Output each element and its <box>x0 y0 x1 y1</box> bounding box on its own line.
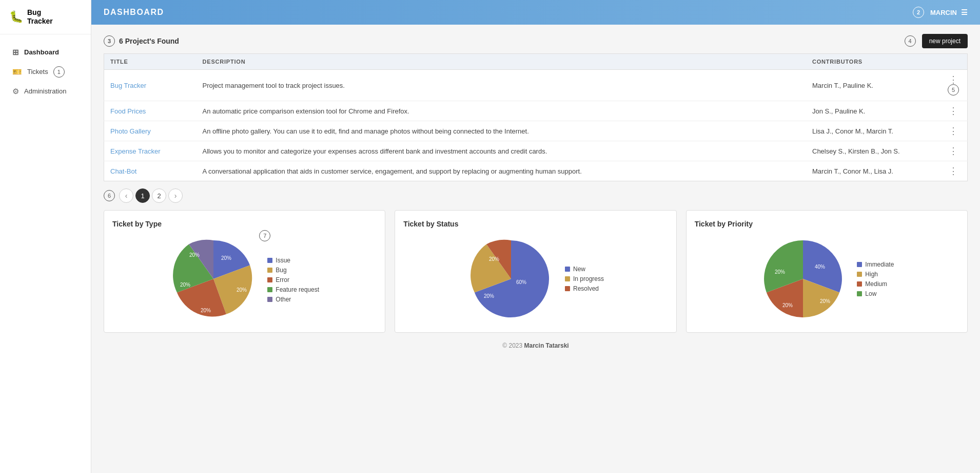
svg-text:20%: 20% <box>180 282 190 288</box>
legend-dot-resolved <box>565 286 570 291</box>
pagination-next[interactable]: › <box>168 188 183 203</box>
annotation-4: 4 <box>905 35 916 47</box>
projects-found: 3 6 Project's Found <box>104 35 179 47</box>
project-name-link[interactable]: Chat-Bot <box>110 167 136 175</box>
annotation-6: 6 <box>104 190 115 201</box>
svg-text:20%: 20% <box>489 256 499 262</box>
charts-row: Ticket by Type 7 <box>104 210 968 333</box>
legend-dot-medium <box>857 281 862 287</box>
legend-immediate: Immediate <box>857 261 894 268</box>
legend-dot-new <box>565 267 570 272</box>
chart-priority-title: Ticket by Priority <box>695 220 959 228</box>
sidebar-item-dashboard[interactable]: ⊞ Dashboard <box>3 44 88 61</box>
table-row: Food PricesAn automatic price comparison… <box>104 101 968 121</box>
chart-type-svg-container: 7 <box>170 235 257 324</box>
table-body: Bug TrackerProject management tool to tr… <box>104 70 968 181</box>
header: DASHBOARD 2 MARCIN ☰ <box>91 0 980 25</box>
more-options-icon[interactable]: ⋮ <box>949 74 958 85</box>
legend-dot-inprogress <box>565 276 570 281</box>
pagination-page-2[interactable]: 2 <box>152 188 166 203</box>
chart-status-title: Ticket by Status <box>403 220 668 228</box>
chart-type-title: Ticket by Type <box>112 220 377 228</box>
project-name-link[interactable]: Bug Tracker <box>110 82 146 89</box>
svg-text:40%: 40% <box>815 264 825 270</box>
project-name-link[interactable]: Photo Gallery <box>110 127 151 135</box>
legend-low: Low <box>857 290 894 297</box>
svg-text:20%: 20% <box>484 293 494 299</box>
new-project-area: 4 new project <box>905 34 968 48</box>
project-contributors: Jon S., Pauline K. <box>806 101 939 121</box>
sidebar: 🐛 BugTracker ⊞ Dashboard 🎫 Tickets 1 ⚙ A… <box>0 0 91 473</box>
more-options-icon[interactable]: ⋮ <box>949 146 958 156</box>
project-contributors: Chelsey S., Kirsten B., Jon S. <box>806 141 939 161</box>
new-project-button[interactable]: new project <box>922 34 968 48</box>
more-options-icon[interactable]: ⋮ <box>949 106 958 116</box>
legend-in-progress: In progress <box>565 275 604 282</box>
table-header: TITLE DESCRIPTION CONTRIBUTORS <box>104 54 968 70</box>
table-row: Photo GalleryAn offline photo gallery. Y… <box>104 121 968 141</box>
project-contributors: Marcin T., Pauline K. <box>806 70 939 101</box>
svg-text:20%: 20% <box>782 302 793 308</box>
project-name-link[interactable]: Expense Tracker <box>110 147 161 155</box>
legend-high: High <box>857 271 894 278</box>
project-description: An offline photo gallery. You can use it… <box>197 121 807 141</box>
project-more-cell: ⋮ <box>939 101 968 121</box>
page-title: DASHBOARD <box>104 8 164 17</box>
chart-status-content: 60% 20% 20% New In progress <box>403 235 668 323</box>
annotation-7: 7 <box>259 230 270 241</box>
user-name: MARCIN <box>930 9 957 16</box>
footer: © 2023 Marcin Tatarski <box>104 333 968 354</box>
svg-text:20%: 20% <box>820 298 830 304</box>
pagination-page-1[interactable]: 1 <box>135 188 150 203</box>
app-name: BugTracker <box>27 8 53 26</box>
projects-table: TITLE DESCRIPTION CONTRIBUTORS Bug Track… <box>104 53 968 181</box>
legend-other: Other <box>267 296 319 303</box>
project-more-cell: ⋮ <box>939 121 968 141</box>
table-row: Expense TrackerAllows you to monitor and… <box>104 141 968 161</box>
col-contributors: CONTRIBUTORS <box>806 54 939 70</box>
legend-dot-error <box>267 277 272 282</box>
legend-dot-issue <box>267 258 272 263</box>
project-name-link[interactable]: Food Prices <box>110 107 146 115</box>
chart-priority-legend: Immediate High Medium Low <box>857 261 894 297</box>
projects-header: 3 6 Project's Found 4 new project <box>104 34 968 48</box>
sidebar-item-tickets[interactable]: 🎫 Tickets 1 <box>3 62 88 82</box>
legend-dot-high <box>857 272 862 277</box>
annotation-5: 5 <box>948 84 959 96</box>
annotation-1: 1 <box>53 66 65 78</box>
chart-type-legend: Issue Bug Error Feature request <box>267 257 319 303</box>
sidebar-item-label: Tickets <box>27 68 48 75</box>
tickets-icon: 🎫 <box>12 67 22 77</box>
project-more-cell: ⋮5 <box>939 70 968 101</box>
header-user[interactable]: 2 MARCIN ☰ <box>913 7 968 18</box>
chart-priority-content: 40% 20% 20% 20% Immediate High <box>695 235 959 323</box>
legend-dot-feature <box>267 287 272 292</box>
project-contributors: Marcin T., Conor M., Lisa J. <box>806 161 939 181</box>
pie-chart-priority: 40% 20% 20% 20% <box>759 235 847 323</box>
project-description: Allows you to monitor and categorize you… <box>197 141 807 161</box>
legend-error: Error <box>267 276 319 283</box>
more-options-icon[interactable]: ⋮ <box>949 166 958 176</box>
chart-type-content: 7 <box>112 235 377 324</box>
svg-text:20%: 20% <box>189 252 200 258</box>
chart-status-legend: New In progress Resolved <box>565 266 604 292</box>
svg-text:20%: 20% <box>775 269 785 275</box>
sidebar-item-administration[interactable]: ⚙ Administration <box>3 83 88 100</box>
legend-feature-request: Feature request <box>267 286 319 293</box>
chart-ticket-status: Ticket by Status 60% 20% 20% <box>395 210 676 333</box>
main-content: DASHBOARD 2 MARCIN ☰ 3 6 Project's Found… <box>91 0 980 473</box>
svg-text:60%: 60% <box>516 279 526 285</box>
svg-text:20%: 20% <box>237 287 247 293</box>
content-area: 3 6 Project's Found 4 new project TITLE … <box>91 25 980 473</box>
project-contributors: Lisa J., Conor M., Marcin T. <box>806 121 939 141</box>
pagination-prev[interactable]: ‹ <box>119 188 133 203</box>
project-description: An automatic price comparison extension … <box>197 101 807 121</box>
project-description: A conversational application that aids i… <box>197 161 807 181</box>
more-options-icon[interactable]: ⋮ <box>949 126 958 136</box>
pie-chart-type: 20% 20% 20% 20% 20% <box>170 235 257 323</box>
project-more-cell: ⋮ <box>939 141 968 161</box>
pagination: 6 ‹ 1 2 › <box>104 188 968 203</box>
sidebar-item-label: Dashboard <box>24 48 59 56</box>
user-menu-icon: ☰ <box>961 8 968 16</box>
svg-text:20%: 20% <box>221 255 231 261</box>
